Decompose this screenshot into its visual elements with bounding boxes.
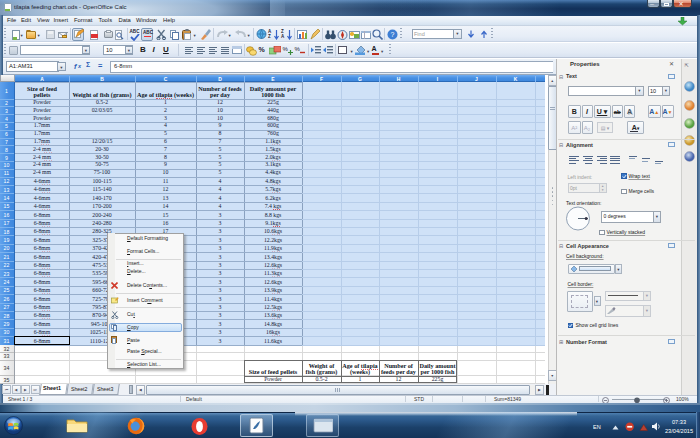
svg-text:?: ?	[390, 31, 394, 38]
